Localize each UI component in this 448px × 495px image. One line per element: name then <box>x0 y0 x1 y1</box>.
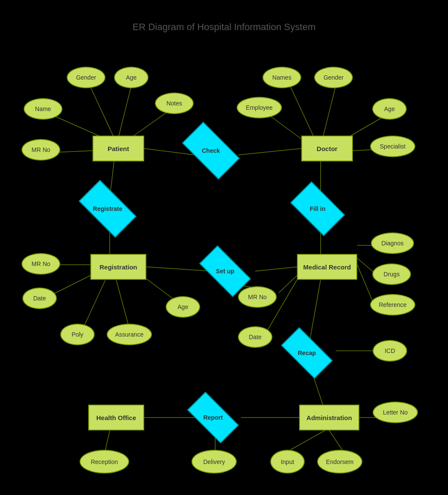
attr-doctor-specialist: Specialist <box>370 136 415 157</box>
diagram-title: ER Diagram of Hospital Information Syste… <box>0 22 448 33</box>
svg-line-17 <box>255 267 297 271</box>
relation-recap: Recap <box>283 340 331 366</box>
attr-mr-reference: Reference <box>370 294 415 316</box>
relation-registrate: Registrate <box>82 194 133 224</box>
attr-rep-delivery: Delivery <box>192 450 237 473</box>
attr-patient-age: Age <box>114 67 148 88</box>
svg-line-37 <box>329 430 342 450</box>
attr-adm-input: Input <box>270 450 305 473</box>
attr-patient-gender: Gender <box>67 67 105 88</box>
svg-line-27 <box>279 275 297 293</box>
svg-line-34 <box>105 430 110 450</box>
attr-patient-notes: Notes <box>155 93 194 114</box>
er-diagram: ER Diagram of Hospital Information Syste… <box>0 0 448 495</box>
entity-doctor: Doctor <box>301 136 353 161</box>
entity-registration: Registration <box>90 254 146 280</box>
attr-mr-drugs: Drugs <box>372 263 411 285</box>
attr-reg-mrno: MR No <box>22 253 60 275</box>
svg-line-11 <box>238 148 301 155</box>
attr-doctor-gender: Gender <box>314 67 353 88</box>
attr-patient-mrno: MR No <box>22 139 60 161</box>
attr-doctor-employee: Employee <box>237 97 282 118</box>
attr-doctor-age: Age <box>372 98 407 120</box>
attr-ho-reception: Reception <box>80 450 129 473</box>
relation-report: Report <box>189 405 237 430</box>
attr-reg-assurance: Assurance <box>107 324 152 345</box>
attr-reg-date: Date <box>22 288 57 309</box>
svg-line-28 <box>267 280 297 331</box>
relation-check: Check <box>185 136 237 166</box>
attr-mr-diagnos: Diagnos <box>371 232 414 254</box>
svg-line-36 <box>290 430 325 450</box>
svg-line-29 <box>310 280 321 340</box>
svg-line-25 <box>357 265 374 306</box>
attr-reg-age: Age <box>166 296 200 318</box>
attr-mr-mrno: MR No <box>238 286 277 308</box>
attr-patient-name: Name <box>24 98 62 120</box>
attr-adm-letterno: Letter No <box>373 402 418 423</box>
entity-patient: Patient <box>93 136 144 161</box>
attr-recap-icd: ICD <box>373 340 407 362</box>
attr-doctor-names: Names <box>263 67 301 88</box>
relation-set-up: Set up <box>201 258 249 284</box>
attr-adm-endorse: Endorsem <box>317 450 362 473</box>
entity-medical-record: Medical Record <box>297 254 357 280</box>
attr-reg-poly: Poly <box>60 324 95 345</box>
attr-mr-date: Date <box>238 326 272 348</box>
entity-administration: Administration <box>299 405 359 430</box>
relation-fill-in: Fill in <box>294 194 341 224</box>
entity-health-office: Health Office <box>88 405 144 430</box>
